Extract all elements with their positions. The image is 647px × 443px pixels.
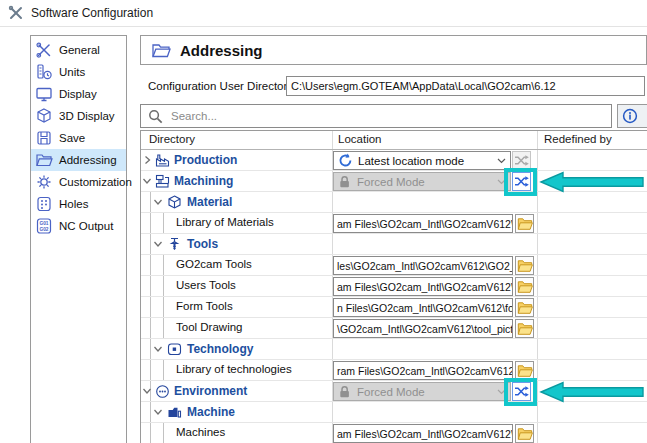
tree-guide-line xyxy=(150,360,151,380)
open-folder-icon xyxy=(151,42,171,59)
browse-folder-button[interactable] xyxy=(515,361,534,380)
browse-folder-button[interactable] xyxy=(515,298,534,317)
chevron-down-icon xyxy=(497,158,506,164)
general-icon xyxy=(35,41,53,59)
tree-guide-line xyxy=(163,423,164,443)
directory-label[interactable]: Technology xyxy=(187,342,253,356)
tree-guide-line xyxy=(163,297,164,317)
milling-machine-icon xyxy=(154,173,171,190)
shuffle-icon-disabled xyxy=(514,154,529,167)
tree-guide-line xyxy=(150,339,151,359)
location-path-input[interactable]: am Files\GO2cam_Intl\GO2camV612\tool xyxy=(333,277,513,296)
holes-icon xyxy=(35,195,53,213)
location-path-input[interactable]: ram Files\GO2cam_Intl\GO2camV612\tec xyxy=(333,361,513,380)
browse-folder-button[interactable] xyxy=(515,277,534,296)
browse-folder-button[interactable] xyxy=(515,256,534,275)
display-icon xyxy=(35,85,53,103)
table-row-tools: Tools xyxy=(141,234,647,255)
redefined-by-cell xyxy=(537,276,647,297)
table-row-machine: Machine xyxy=(141,402,647,423)
redefine-location-button[interactable] xyxy=(512,382,531,401)
sidebar-item-holes[interactable]: Holes xyxy=(31,193,126,215)
redefined-by-cell xyxy=(537,234,647,255)
tree-expanded-icon[interactable] xyxy=(142,386,152,396)
redefined-by-cell xyxy=(537,381,647,402)
directory-label[interactable]: Machining xyxy=(174,174,233,188)
directory-label[interactable]: Environment xyxy=(174,384,247,398)
column-header-location: Location xyxy=(338,133,381,145)
sidebar-item-label: General xyxy=(59,44,100,56)
sidebar-item-display[interactable]: Display xyxy=(31,83,126,105)
sidebar-item-label: 3D Display xyxy=(59,110,115,122)
technology-icon xyxy=(166,341,183,358)
info-button[interactable] xyxy=(617,104,647,128)
column-header-directory: Directory xyxy=(149,133,195,145)
search-box[interactable] xyxy=(140,104,612,128)
tap-tool-icon xyxy=(166,236,183,253)
sidebar-item-label: Addressing xyxy=(59,154,117,166)
tree-expanded-icon[interactable] xyxy=(153,197,163,207)
tree-guide-line xyxy=(163,255,164,275)
sidebar-item-addressing[interactable]: Addressing xyxy=(31,149,126,171)
open-folder-icon xyxy=(35,151,53,169)
config-user-directory-label: Configuration User Directory xyxy=(148,80,293,92)
sidebar-item-units[interactable]: Units xyxy=(31,61,126,83)
location-cell: Forced Mode xyxy=(332,171,537,192)
directory-label[interactable]: Machine xyxy=(187,405,235,419)
redefined-by-cell xyxy=(537,339,647,360)
sidebar-item-general[interactable]: General xyxy=(31,39,126,61)
location-path-input[interactable]: am Files\GO2cam_Intl\GO2camV612\mat xyxy=(333,214,513,233)
redefined-by-cell xyxy=(537,255,647,276)
config-user-directory-input[interactable] xyxy=(286,76,645,96)
directory-label[interactable]: Tools xyxy=(187,237,218,251)
tree-expanded-icon[interactable] xyxy=(142,176,152,186)
tree-collapsed-icon[interactable] xyxy=(142,155,152,165)
directory-label[interactable]: Production xyxy=(174,153,237,167)
sidebar-item-label: Save xyxy=(59,132,85,144)
search-input[interactable] xyxy=(169,109,611,123)
info-icon xyxy=(622,108,638,124)
browse-folder-button[interactable] xyxy=(515,424,534,443)
browse-folder-button[interactable] xyxy=(515,319,534,338)
tree-expanded-icon[interactable] xyxy=(153,344,163,354)
location-mode-value: Latest location mode xyxy=(358,155,492,167)
svg-text:G02: G02 xyxy=(39,227,48,232)
location-path-input[interactable]: am Files\GO2cam_Intl\GO2camV612\mac xyxy=(333,424,513,443)
table-row-go2cam-tools: GO2cam Toolsles\GO2cam_Intl\GO2camV612\G… xyxy=(141,255,647,276)
sidebar-item-3d-display[interactable]: 3D Display xyxy=(31,105,126,127)
factory-icon xyxy=(154,152,171,169)
redefined-by-cell xyxy=(537,297,647,318)
redefined-by-cell xyxy=(537,171,647,192)
lock-icon xyxy=(338,175,351,189)
location-path-input[interactable]: les\GO2cam_Intl\GO2camV612\GO2_tool xyxy=(333,256,513,275)
page-header: Addressing xyxy=(140,35,647,65)
tree-expanded-icon[interactable] xyxy=(153,407,163,417)
folder-icon xyxy=(517,217,533,231)
browse-folder-button[interactable] xyxy=(515,214,534,233)
save-icon xyxy=(35,129,53,147)
location-cell xyxy=(332,339,537,360)
sync-icon xyxy=(338,153,353,168)
environment-icon xyxy=(154,383,171,400)
table-row-tool-drawing: Tool Drawing\GO2cam_Intl\GO2camV612\tool… xyxy=(141,318,647,339)
table-row-users-tools: Users Toolsam Files\GO2cam_Intl\GO2camV6… xyxy=(141,276,647,297)
location-mode-dropdown[interactable]: Latest location mode xyxy=(333,151,511,170)
redefine-location-button[interactable] xyxy=(512,172,531,191)
title-divider xyxy=(0,26,647,27)
location-path-input[interactable]: \GO2cam_Intl\GO2camV612\tool_picture xyxy=(333,319,513,338)
tree-guide-line xyxy=(150,402,151,422)
folder-icon xyxy=(517,280,533,294)
location-path-input[interactable]: n Files\GO2cam_Intl\GO2camV612\forme xyxy=(333,298,513,317)
sidebar-item-label: Display xyxy=(59,88,97,100)
directory-label[interactable]: Material xyxy=(187,195,232,209)
sidebar-item-customization[interactable]: Customization xyxy=(31,171,126,193)
tree-expanded-icon[interactable] xyxy=(153,239,163,249)
chevron-down-faint-icon xyxy=(497,179,506,185)
tools-icon xyxy=(8,5,24,21)
sidebar-item-save[interactable]: Save xyxy=(31,127,126,149)
sidebar-item-label: NC Output xyxy=(59,220,113,232)
sidebar-item-nc-output[interactable]: G01G02NC Output xyxy=(31,215,126,237)
column-header-redefined-by: Redefined by xyxy=(544,133,612,145)
redefined-by-cell xyxy=(537,360,647,381)
tree-guide-line xyxy=(150,276,151,296)
